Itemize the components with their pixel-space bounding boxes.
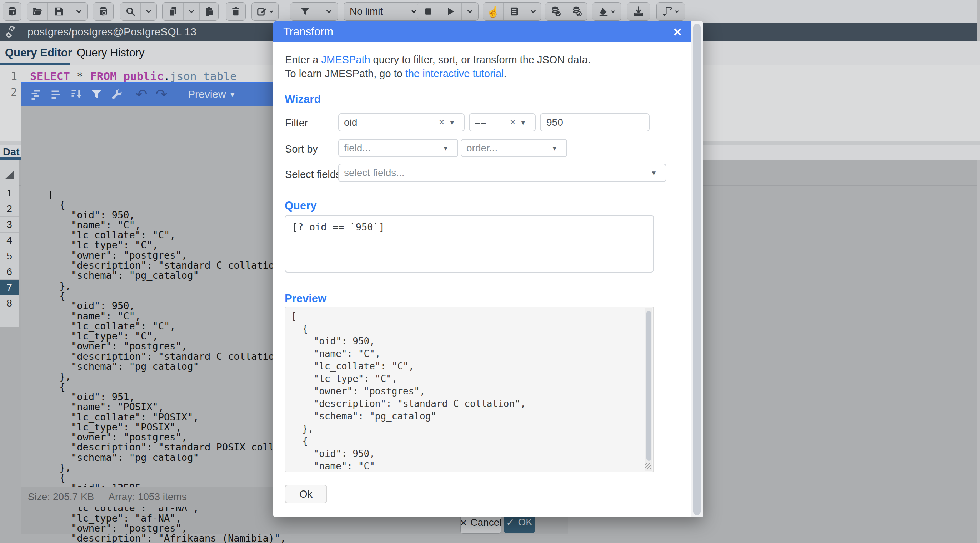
preview-heading: Preview	[285, 292, 326, 305]
copy-options-button[interactable]	[184, 3, 200, 21]
transform-filter-button[interactable]	[86, 86, 107, 102]
caret-down-icon[interactable]: ▾	[444, 144, 447, 153]
explain-button[interactable]: ☝	[483, 3, 504, 21]
row-header[interactable]: 5	[0, 248, 19, 264]
row-limit-select[interactable]: No limit	[344, 2, 423, 21]
repair-wrench-button[interactable]	[107, 86, 126, 102]
dialog-ok-button[interactable]: Ok	[285, 485, 327, 503]
find-options-button[interactable]	[141, 3, 156, 21]
jmespath-link[interactable]: JMESPath	[321, 54, 371, 65]
download-icon	[633, 6, 644, 17]
sort-field-dropdown[interactable]: field... ▾	[338, 139, 458, 157]
chevron-down-icon	[75, 8, 83, 15]
row-header[interactable]: 4	[0, 232, 19, 248]
chevron-down-icon	[410, 8, 417, 15]
connection-status-icon[interactable]	[0, 26, 21, 38]
row-header-selected[interactable]: 7	[0, 280, 19, 295]
macro-scroll-icon	[662, 6, 673, 17]
format-json-button[interactable]	[26, 86, 46, 102]
macro-db-button[interactable]	[3, 3, 21, 21]
filter-operator-combobox[interactable]: == × ▾	[469, 113, 536, 131]
chevron-down-icon	[269, 9, 274, 14]
preview-content: [ { "oid": 950, "name": "C", "lc_collate…	[291, 310, 526, 472]
delete-button[interactable]	[226, 3, 245, 21]
stop-button[interactable]	[417, 3, 439, 21]
row-header[interactable]: 6	[0, 264, 19, 280]
save-icon	[54, 6, 64, 17]
edit-menu-button[interactable]	[252, 3, 278, 21]
trash-icon	[231, 6, 241, 17]
filter-value-input[interactable]: 950	[540, 113, 650, 131]
filter-button[interactable]	[290, 3, 320, 21]
caret-down-icon[interactable]: ▾	[552, 144, 557, 153]
eraser-icon	[598, 6, 609, 17]
dialog-header: Transform ×	[273, 21, 691, 42]
sql-keyword: FROM	[90, 70, 123, 83]
close-icon[interactable]: ×	[664, 25, 691, 39]
query-heading: Query	[285, 199, 317, 212]
transform-dialog: Transform × Enter a JMESPath query to fi…	[273, 21, 703, 517]
row-header[interactable]: 8	[0, 295, 19, 311]
execute-options-button[interactable]	[462, 3, 478, 21]
open-file-button[interactable]	[27, 3, 48, 21]
clear-button[interactable]	[592, 3, 621, 21]
select-fields-dropdown[interactable]: select fields... ▾	[338, 164, 667, 182]
rollback-db-icon	[571, 6, 582, 17]
explain-analyze-button[interactable]	[504, 3, 525, 21]
query-textarea[interactable]: [? oid == `950`]	[285, 215, 654, 272]
download-button[interactable]	[627, 3, 650, 21]
row-header[interactable]: 3	[0, 217, 19, 232]
caret-down-icon[interactable]: ▾	[652, 169, 656, 177]
find-button[interactable]	[120, 3, 141, 21]
filter-field-combobox[interactable]: oid × ▾	[338, 113, 465, 131]
json-array-count: Array: 1053 items	[108, 491, 186, 503]
stop-icon	[423, 7, 433, 16]
tab-query-history[interactable]: Query History	[77, 46, 144, 59]
redo-button[interactable]: ↷	[151, 86, 172, 102]
dialog-title: Transform	[283, 25, 333, 38]
dialog-scrollbar-thumb[interactable]	[693, 24, 701, 515]
save-options-button[interactable]	[70, 3, 88, 21]
commit-button[interactable]	[546, 3, 566, 21]
tutorial-link[interactable]: the interactive tutorial	[406, 68, 504, 79]
clear-icon[interactable]: ×	[510, 117, 516, 128]
copy-button[interactable]	[162, 3, 184, 21]
select-all-triangle-icon	[5, 171, 14, 179]
active-tab-underline	[0, 63, 70, 65]
connection-title: postgres/postgres@PostgreSQL 13	[27, 26, 196, 38]
filter-options-button[interactable]	[320, 3, 338, 21]
macro-db-icon	[7, 6, 18, 17]
tab-data-output[interactable]: Dat	[3, 146, 20, 158]
clear-icon[interactable]: ×	[439, 117, 445, 128]
caret-down-icon[interactable]: ▾	[521, 118, 525, 127]
chevron-down-icon	[529, 8, 537, 15]
sort-json-button[interactable]	[67, 86, 86, 102]
mode-dropdown[interactable]: Preview▾	[188, 88, 235, 100]
sql-schema: public	[123, 70, 163, 83]
list-icon	[509, 6, 520, 17]
paste-icon	[204, 6, 214, 17]
tab-query-editor[interactable]: Query Editor	[5, 46, 72, 59]
select-all-cell[interactable]	[0, 160, 19, 185]
explain-options-button[interactable]	[525, 3, 541, 21]
execute-button[interactable]	[439, 3, 462, 21]
sort-order-dropdown[interactable]: order... ▾	[461, 139, 567, 157]
save-button[interactable]	[48, 3, 70, 21]
pointing-hand-icon: ☝	[487, 5, 500, 18]
sql-keyword: SELECT	[30, 70, 70, 83]
dialog-scrollbar[interactable]	[691, 21, 703, 517]
macro-menu-button[interactable]	[657, 3, 685, 21]
row-header[interactable]: 2	[0, 201, 19, 217]
json-size: Size: 205.7 KB	[28, 491, 94, 503]
row-header[interactable]: 1	[0, 185, 19, 201]
rollback-button[interactable]	[566, 3, 587, 21]
caret-down-icon[interactable]: ▾	[450, 118, 454, 127]
compact-json-button[interactable]	[46, 86, 67, 102]
edit-data-button[interactable]	[93, 3, 113, 21]
paste-button[interactable]	[200, 3, 218, 21]
select-fields-label: Select fields	[285, 169, 341, 180]
resize-grip-icon[interactable]	[644, 463, 651, 470]
preview-scrollbar-thumb[interactable]	[646, 311, 651, 461]
undo-button[interactable]: ↶	[131, 86, 151, 102]
preview-scrollbar[interactable]	[645, 308, 652, 471]
